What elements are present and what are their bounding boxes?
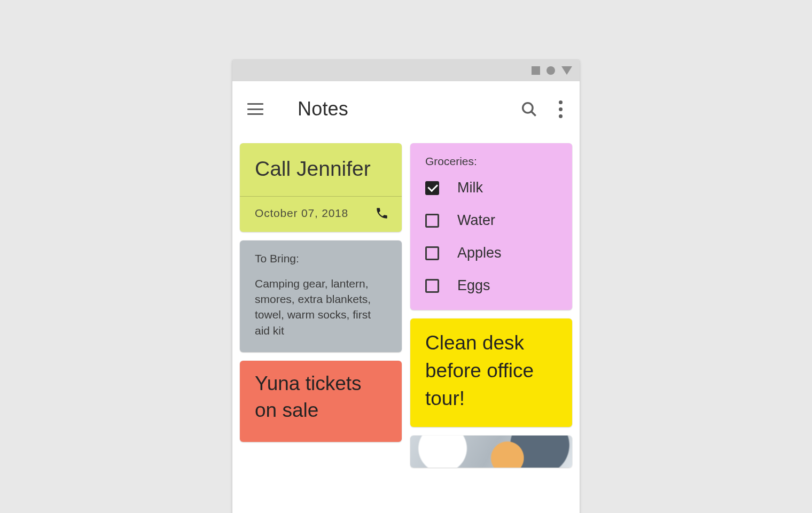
page-title: Notes bbox=[298, 98, 520, 120]
notes-grid: Call Jennifer October 07, 2018 To Bring:… bbox=[232, 137, 580, 513]
note-body: Camping gear, lantern, smores, extra bla… bbox=[255, 276, 387, 339]
status-circle-icon bbox=[546, 66, 555, 75]
list-item[interactable]: Apples bbox=[425, 245, 557, 261]
svg-point-0 bbox=[523, 103, 533, 113]
notes-column-left: Call Jennifer October 07, 2018 To Bring:… bbox=[240, 143, 402, 513]
note-card-groceries[interactable]: Groceries: Milk Water Apples bbox=[410, 143, 572, 310]
item-label: Apples bbox=[457, 245, 502, 261]
list-item[interactable]: Water bbox=[425, 212, 557, 229]
note-card-bring[interactable]: To Bring: Camping gear, lantern, smores,… bbox=[240, 240, 402, 353]
note-title: Clean desk before office tour! bbox=[425, 329, 557, 412]
phone-icon[interactable] bbox=[375, 206, 389, 220]
notes-column-right: Groceries: Milk Water Apples bbox=[410, 143, 572, 513]
list-item[interactable]: Eggs bbox=[425, 277, 557, 294]
note-title: Call Jennifer bbox=[240, 143, 402, 197]
item-label: Milk bbox=[457, 180, 483, 196]
device-frame: Notes Call Jennifer October 07, 2018 bbox=[232, 60, 580, 513]
checkbox-icon[interactable] bbox=[425, 246, 439, 260]
list-item[interactable]: Milk bbox=[425, 180, 557, 196]
note-date: October 07, 2018 bbox=[255, 207, 348, 220]
checkbox-icon[interactable] bbox=[425, 214, 439, 228]
note-heading: Groceries: bbox=[425, 155, 557, 168]
more-vert-icon[interactable] bbox=[554, 100, 567, 118]
note-card-photo[interactable] bbox=[410, 436, 572, 468]
note-card-tickets[interactable]: Yuna tickets on sale bbox=[240, 361, 402, 442]
status-triangle-icon bbox=[561, 66, 572, 75]
app-bar: Notes bbox=[232, 81, 580, 137]
note-card-call[interactable]: Call Jennifer October 07, 2018 bbox=[240, 143, 402, 232]
item-label: Eggs bbox=[457, 277, 490, 294]
checkbox-icon[interactable] bbox=[425, 181, 439, 195]
menu-icon[interactable] bbox=[247, 103, 263, 115]
checkbox-icon[interactable] bbox=[425, 279, 439, 293]
note-footer: October 07, 2018 bbox=[240, 197, 402, 232]
status-square-icon bbox=[532, 66, 540, 75]
search-icon[interactable] bbox=[520, 100, 538, 118]
item-label: Water bbox=[457, 212, 495, 229]
status-bar bbox=[232, 60, 580, 81]
note-card-clean[interactable]: Clean desk before office tour! bbox=[410, 318, 572, 427]
grocery-list: Milk Water Apples Eggs bbox=[425, 180, 557, 294]
svg-line-1 bbox=[532, 112, 536, 116]
note-title: Yuna tickets on sale bbox=[255, 370, 387, 424]
note-heading: To Bring: bbox=[255, 252, 387, 265]
